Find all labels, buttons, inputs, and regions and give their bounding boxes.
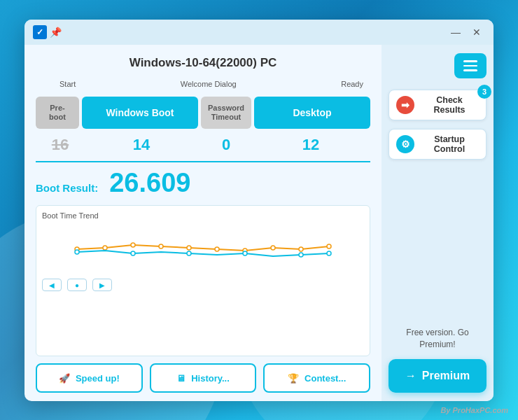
- speed-up-label: Speed up!: [76, 373, 120, 384]
- svg-point-7: [271, 246, 275, 250]
- menu-line-1: [463, 60, 477, 62]
- check-results-button[interactable]: ➡ Check Results 3: [388, 90, 486, 120]
- chart-dot-btn-3[interactable]: ▶: [92, 279, 112, 291]
- label-start: Start: [59, 80, 76, 88]
- phase-winboot-button[interactable]: Windows Boot: [82, 97, 198, 129]
- close-button[interactable]: ✕: [467, 22, 486, 42]
- main-window: 📌 — ✕ Windows-10-64(22000) PC Start Welc…: [24, 20, 493, 401]
- menu-button[interactable]: [454, 53, 486, 78]
- history-button[interactable]: 🖥 History...: [150, 363, 257, 393]
- boot-result-label: Boot Result:: [36, 182, 98, 194]
- startup-control-icon: ⚙: [396, 135, 414, 153]
- right-panel: ➡ Check Results 3 ⚙ Startup Control Free…: [382, 45, 493, 401]
- rocket-icon: 🚀: [59, 373, 70, 384]
- svg-point-2: [131, 243, 135, 247]
- boot-time-chart: [42, 223, 364, 272]
- phases-row: Pre-boot Windows Boot PasswordTimeout De…: [36, 97, 370, 129]
- svg-point-4: [187, 246, 191, 250]
- svg-point-3: [159, 244, 163, 248]
- time-preboot: 16: [38, 136, 82, 154]
- chart-dot-btn-1[interactable]: ◀: [42, 279, 62, 291]
- check-results-badge: 3: [477, 85, 491, 99]
- history-label: History...: [191, 373, 230, 384]
- svg-point-11: [131, 251, 135, 255]
- contest-label: Contest...: [304, 373, 346, 384]
- arrow-right-icon: →: [405, 370, 416, 382]
- boot-result-row: Boot Result: 26.609: [36, 161, 370, 198]
- speed-up-button[interactable]: 🚀 Speed up!: [36, 363, 143, 393]
- titlebar: 📌 — ✕: [24, 20, 493, 45]
- phase-timeout-button[interactable]: PasswordTimeout: [201, 97, 251, 129]
- chart-title: Boot Time Trend: [42, 211, 364, 220]
- svg-point-1: [103, 246, 107, 250]
- check-results-icon: ➡: [396, 96, 414, 114]
- boot-result-value: 26.609: [109, 168, 190, 198]
- svg-point-12: [187, 251, 191, 255]
- time-timeout: 0: [201, 136, 251, 154]
- window-content: Windows-10-64(22000) PC Start Welcome Di…: [24, 45, 493, 401]
- trophy-icon: 🏆: [288, 373, 299, 384]
- phase-labels: Start Welcome Dialog Ready: [36, 80, 370, 88]
- watermark-text: By ProHaxPC.com: [440, 406, 508, 414]
- pc-title: Windows-10-64(22000) PC: [36, 56, 370, 70]
- time-desktop: 12: [254, 136, 368, 154]
- label-ready: Ready: [341, 80, 363, 88]
- free-version-text: Free version. Go Premium!: [388, 327, 486, 351]
- history-icon: 🖥: [176, 373, 186, 384]
- startup-control-label: Startup Control: [420, 134, 479, 154]
- svg-point-15: [327, 251, 331, 255]
- left-panel: Windows-10-64(22000) PC Start Welcome Di…: [24, 45, 382, 401]
- time-winboot: 14: [85, 136, 198, 154]
- times-row: 16 14 0 12: [36, 136, 370, 154]
- chart-dots-row: ◀ ● ▶: [42, 279, 364, 291]
- minimize-button[interactable]: —: [446, 22, 465, 42]
- svg-point-5: [215, 247, 219, 251]
- label-welcome: Welcome Dialog: [181, 80, 237, 88]
- check-results-label: Check Results: [420, 95, 479, 115]
- svg-point-14: [299, 253, 303, 257]
- contest-button[interactable]: 🏆 Contest...: [263, 363, 370, 393]
- premium-label: Premium: [422, 370, 470, 382]
- svg-point-8: [299, 247, 303, 251]
- startup-control-button[interactable]: ⚙ Startup Control: [388, 129, 486, 160]
- app-logo: [33, 25, 47, 39]
- chart-box: Boot Time Trend: [36, 205, 370, 356]
- menu-line-3: [463, 69, 477, 71]
- menu-line-2: [463, 65, 477, 67]
- premium-button[interactable]: → Premium: [388, 359, 486, 393]
- pin-icon: 📌: [50, 27, 62, 38]
- svg-point-9: [327, 244, 331, 248]
- watermark: By ProHaxPC.com: [440, 406, 508, 414]
- phase-preboot-button[interactable]: Pre-boot: [36, 97, 79, 129]
- chart-dot-btn-2[interactable]: ●: [67, 279, 87, 291]
- svg-point-13: [243, 251, 247, 255]
- svg-point-10: [75, 250, 79, 254]
- phase-desktop-button[interactable]: Desktop: [254, 97, 370, 129]
- bottom-buttons: 🚀 Speed up! 🖥 History... 🏆 Contest...: [36, 363, 370, 393]
